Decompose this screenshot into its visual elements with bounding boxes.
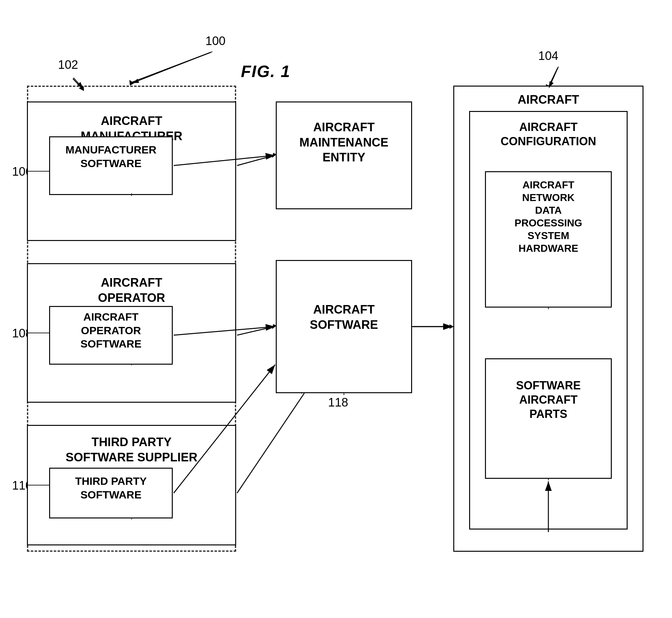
thirdparty-title: THIRD PARTYSOFTWARE SUPPLIER bbox=[28, 435, 235, 465]
figure-title: FIG. 1 bbox=[241, 62, 290, 81]
sap-box: SOFTWAREAIRCRAFTPARTS bbox=[485, 358, 612, 479]
diagram: FIG. 1 bbox=[0, 0, 672, 618]
svg-marker-1 bbox=[129, 80, 134, 86]
manufacturer-software-box: MANUFACTURERSOFTWARE bbox=[49, 136, 173, 195]
aircraft-software-label: AIRCRAFTSOFTWARE bbox=[277, 302, 411, 332]
aircraft-config-label: AIRCRAFTCONFIGURATION bbox=[470, 120, 627, 148]
operator-software-box: AIRCRAFTOPERATORSOFTWARE bbox=[49, 306, 173, 365]
thirdparty-software-box: THIRD PARTYSOFTWARE bbox=[49, 468, 173, 518]
ref-104: 104 bbox=[538, 49, 558, 63]
andps-box: AIRCRAFTNETWORKDATAPROCESSINGSYSTEMHARDW… bbox=[485, 171, 612, 308]
svg-line-32 bbox=[549, 67, 559, 88]
andps-label: AIRCRAFTNETWORKDATAPROCESSINGSYSTEMHARDW… bbox=[486, 179, 611, 254]
maintenance-entity-label: AIRCRAFTMAINTENANCEENTITY bbox=[277, 120, 411, 165]
aircraft-software-box: AIRCRAFTSOFTWARE bbox=[276, 260, 412, 393]
ref-118: 118 bbox=[328, 396, 348, 409]
svg-line-30 bbox=[132, 52, 212, 83]
aircraft-title-label: AIRCRAFT bbox=[454, 92, 643, 107]
svg-line-0 bbox=[131, 52, 211, 83]
maintenance-entity-box: AIRCRAFTMAINTENANCEENTITY bbox=[276, 101, 412, 209]
ref-102: 102 bbox=[58, 58, 78, 72]
sap-label: SOFTWAREAIRCRAFTPARTS bbox=[486, 378, 611, 421]
svg-line-10 bbox=[237, 393, 304, 493]
operator-software-label: AIRCRAFTOPERATORSOFTWARE bbox=[50, 310, 172, 351]
ref-100: 100 bbox=[205, 34, 225, 48]
operator-title: AIRCRAFTOPERATOR bbox=[28, 275, 235, 305]
svg-line-8 bbox=[237, 327, 274, 335]
manufacturer-software-label: MANUFACTURERSOFTWARE bbox=[50, 143, 172, 170]
thirdparty-software-label: THIRD PARTYSOFTWARE bbox=[50, 474, 172, 501]
svg-line-4 bbox=[548, 68, 558, 87]
svg-line-6 bbox=[237, 156, 274, 166]
